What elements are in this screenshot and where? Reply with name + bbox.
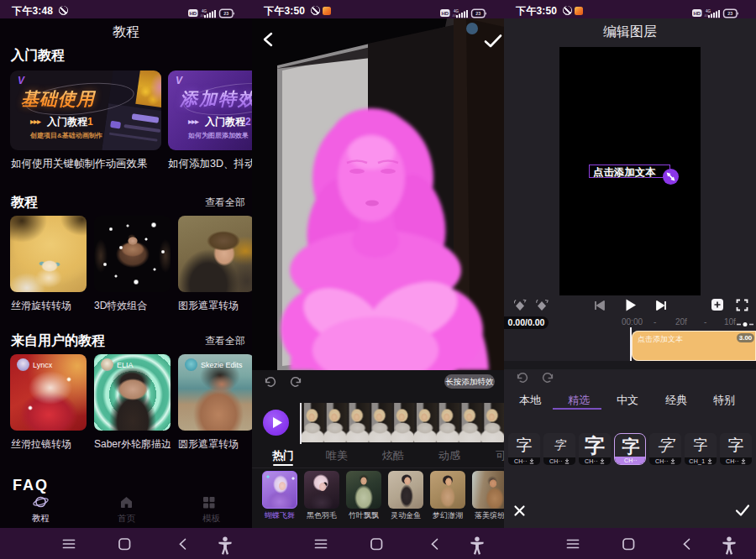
svg-text:4G: 4G (202, 9, 207, 13)
svg-text:4G: 4G (705, 14, 709, 18)
svg-text:23: 23 (223, 11, 228, 16)
svg-text:HD: HD (441, 11, 449, 16)
svg-text:4G: 4G (454, 9, 459, 13)
svg-text:4G: 4G (453, 14, 457, 18)
svg-text:HD: HD (189, 11, 197, 16)
svg-text:HD: HD (693, 11, 701, 16)
svg-text:23: 23 (727, 11, 732, 16)
svg-text:23: 23 (475, 11, 480, 16)
svg-text:4G: 4G (706, 9, 711, 13)
svg-text:4G: 4G (201, 14, 205, 18)
